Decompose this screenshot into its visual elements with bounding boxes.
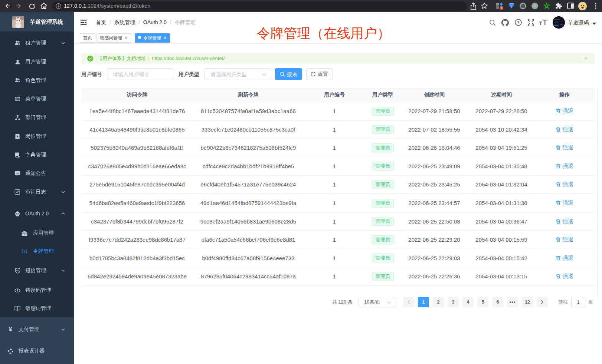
svg-text:?: ? (517, 20, 520, 25)
svg-text:a: a (24, 249, 26, 253)
svg-text:9: 9 (501, 6, 503, 10)
